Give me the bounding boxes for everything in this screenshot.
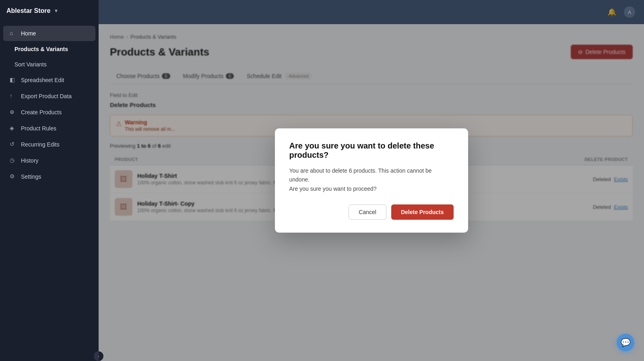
- history-icon: ◷: [10, 157, 17, 164]
- chat-icon: 💬: [621, 338, 631, 347]
- sidebar-item-spreadsheet-edit[interactable]: ◧ Spreadsheet Edit: [3, 72, 95, 88]
- spreadsheet-icon: ◧: [10, 76, 17, 84]
- sidebar-item-settings[interactable]: ⚙ Settings: [3, 169, 95, 184]
- sidebar-item-create-products[interactable]: ⊕ Create Products: [3, 105, 95, 120]
- sidebar-item-recurring-edits[interactable]: ↺ Recurring Edits: [3, 137, 95, 152]
- sidebar-item-products-variants[interactable]: Products & Variants: [3, 42, 95, 56]
- modal-title: Are you sure you want to delete these pr…: [289, 141, 454, 160]
- store-header[interactable]: Ablestar Store ▼: [0, 0, 99, 22]
- recurring-icon: ↺: [10, 141, 17, 148]
- store-chevron: ▼: [54, 8, 58, 14]
- sidebar-nav: ⌂ Home Products & Variants Sort Variants…: [0, 22, 99, 351]
- home-icon: ⌂: [10, 30, 17, 37]
- modal-body-line2: Are you sure you want to proceed?: [289, 184, 454, 193]
- modal-actions: Cancel Delete Products: [289, 204, 454, 220]
- sidebar-item-label: Create Products: [21, 109, 62, 116]
- cancel-button[interactable]: Cancel: [349, 204, 386, 220]
- modal-overlay: Are you sure you want to delete these pr…: [99, 0, 644, 361]
- sidebar-item-history[interactable]: ◷ History: [3, 153, 95, 168]
- rules-icon: ◈: [10, 125, 17, 132]
- sidebar-item-label: Product Rules: [21, 125, 56, 132]
- sidebar-item-home[interactable]: ⌂ Home: [3, 26, 95, 41]
- sidebar-item-label: Recurring Edits: [21, 141, 60, 148]
- sidebar: Ablestar Store ▼ ⌂ Home Products & Varia…: [0, 0, 99, 361]
- sidebar-item-label: Export Product Data: [21, 93, 72, 99]
- sidebar-item-product-rules[interactable]: ◈ Product Rules: [3, 121, 95, 136]
- delete-products-button[interactable]: Delete Products: [391, 204, 454, 220]
- sidebar-item-label: Sort Variants: [14, 61, 47, 68]
- create-icon: ⊕: [10, 109, 17, 116]
- settings-icon: ⚙: [10, 173, 17, 180]
- main-content: 🔔 A Home › Products & Variants Products …: [99, 0, 644, 361]
- modal-body-line1: You are about to delete 6 products. This…: [289, 166, 454, 184]
- chat-support-button[interactable]: 💬: [617, 334, 634, 351]
- sidebar-item-label: Products & Variants: [14, 46, 68, 52]
- sidebar-item-label: Home: [21, 30, 36, 37]
- store-name: Ablestar Store: [6, 7, 50, 14]
- sidebar-item-sort-variants[interactable]: Sort Variants: [3, 57, 95, 72]
- sidebar-item-label: History: [21, 157, 39, 164]
- sidebar-item-label: Settings: [21, 173, 41, 180]
- confirm-delete-modal: Are you sure you want to delete these pr…: [275, 128, 468, 233]
- sidebar-item-export-product-data[interactable]: ↑ Export Product Data: [3, 89, 95, 104]
- sidebar-item-label: Spreadsheet Edit: [21, 77, 64, 83]
- modal-body: You are about to delete 6 products. This…: [289, 166, 454, 193]
- export-icon: ↑: [10, 93, 17, 100]
